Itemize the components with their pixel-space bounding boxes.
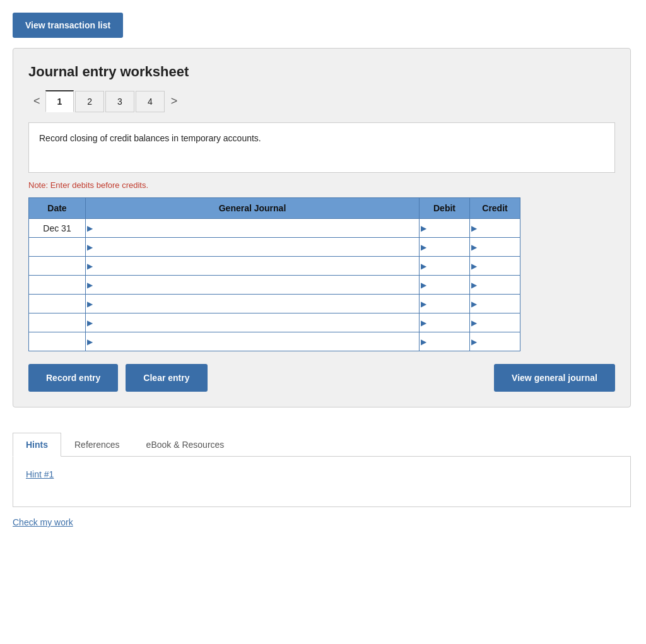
general-journal-input[interactable] xyxy=(86,219,419,237)
debit-cell[interactable]: ▶ xyxy=(420,332,470,351)
hint-1-link[interactable]: Hint #1 xyxy=(26,469,54,479)
debit-input[interactable] xyxy=(420,313,469,332)
tab-2[interactable]: 2 xyxy=(75,91,104,112)
cell-arrow-icon: ▶ xyxy=(471,337,477,346)
debit-input[interactable] xyxy=(420,238,469,256)
instruction-text: Record closing of credit balances in tem… xyxy=(39,133,261,143)
cell-arrow-icon: ▶ xyxy=(471,319,477,327)
tab-ebook-resources[interactable]: eBook & Resources xyxy=(133,433,238,457)
cell-arrow-icon: ▶ xyxy=(421,243,426,252)
credit-cell[interactable]: ▶ xyxy=(470,238,520,257)
general-journal-input[interactable] xyxy=(86,295,419,313)
debit-input[interactable] xyxy=(420,257,469,275)
credit-cell[interactable]: ▶ xyxy=(470,313,520,332)
general-journal-input[interactable] xyxy=(86,257,419,275)
date-cell xyxy=(29,276,86,295)
tab-3[interactable]: 3 xyxy=(105,91,134,112)
cell-arrow-icon: ▶ xyxy=(421,319,426,327)
check-my-work-link[interactable]: Check my work xyxy=(13,517,73,527)
bottom-section: Hints References eBook & Resources Hint … xyxy=(13,433,631,507)
tab-1[interactable]: 1 xyxy=(45,90,74,112)
cell-arrow-icon: ▶ xyxy=(421,281,426,290)
credit-cell[interactable]: ▶ xyxy=(470,219,520,238)
general-journal-cell[interactable]: ▶ xyxy=(86,332,420,351)
journal-table: Date General Journal Debit Credit Dec 31… xyxy=(28,197,520,351)
worksheet-title: Journal entry worksheet xyxy=(28,64,615,80)
tab-hints[interactable]: Hints xyxy=(13,433,61,457)
table-row: ▶▶▶ xyxy=(29,238,520,257)
debit-input[interactable] xyxy=(420,276,469,294)
record-entry-button[interactable]: Record entry xyxy=(28,364,118,392)
next-tab-arrow[interactable]: > xyxy=(166,92,183,110)
date-cell: Dec 31 xyxy=(29,219,86,238)
general-journal-input[interactable] xyxy=(86,276,419,294)
cell-arrow-icon: ▶ xyxy=(87,224,93,233)
credit-input[interactable] xyxy=(470,276,520,294)
cell-arrow-icon: ▶ xyxy=(471,243,477,252)
general-journal-cell[interactable]: ▶ xyxy=(86,313,420,332)
cell-arrow-icon: ▶ xyxy=(471,300,477,308)
cell-arrow-icon: ▶ xyxy=(87,300,93,308)
date-cell xyxy=(29,313,86,332)
bottom-content: Hint #1 xyxy=(13,457,631,507)
cell-arrow-icon: ▶ xyxy=(471,262,477,271)
debit-cell[interactable]: ▶ xyxy=(420,295,470,313)
debit-cell[interactable]: ▶ xyxy=(420,257,470,276)
cell-arrow-icon: ▶ xyxy=(87,281,93,290)
col-date: Date xyxy=(29,198,86,219)
general-journal-cell[interactable]: ▶ xyxy=(86,276,420,295)
table-row: Dec 31▶▶▶ xyxy=(29,219,520,238)
credit-input[interactable] xyxy=(470,295,520,313)
general-journal-input[interactable] xyxy=(86,238,419,256)
tab-4[interactable]: 4 xyxy=(136,91,165,112)
table-row: ▶▶▶ xyxy=(29,257,520,276)
date-cell xyxy=(29,295,86,313)
general-journal-cell[interactable]: ▶ xyxy=(86,257,420,276)
col-debit: Debit xyxy=(420,198,470,219)
view-transaction-button[interactable]: View transaction list xyxy=(13,13,123,38)
clear-entry-button[interactable]: Clear entry xyxy=(126,364,207,392)
cell-arrow-icon: ▶ xyxy=(471,224,477,233)
credit-input[interactable] xyxy=(470,219,520,237)
tabs-row: < 1 2 3 4 > xyxy=(28,90,615,112)
credit-cell[interactable]: ▶ xyxy=(470,257,520,276)
col-general-journal: General Journal xyxy=(86,198,420,219)
credit-input[interactable] xyxy=(470,257,520,275)
table-row: ▶▶▶ xyxy=(29,332,520,351)
general-journal-cell[interactable]: ▶ xyxy=(86,219,420,238)
cell-arrow-icon: ▶ xyxy=(87,262,93,271)
table-row: ▶▶▶ xyxy=(29,313,520,332)
prev-tab-arrow[interactable]: < xyxy=(28,92,45,110)
view-general-journal-button[interactable]: View general journal xyxy=(494,364,615,392)
instruction-box: Record closing of credit balances in tem… xyxy=(28,122,615,173)
general-journal-cell[interactable]: ▶ xyxy=(86,238,420,257)
debit-cell[interactable]: ▶ xyxy=(420,219,470,238)
credit-input[interactable] xyxy=(470,313,520,332)
buttons-row: Record entry Clear entry View general jo… xyxy=(28,364,615,392)
credit-input[interactable] xyxy=(470,238,520,256)
general-journal-input[interactable] xyxy=(86,313,419,332)
debit-input[interactable] xyxy=(420,332,469,351)
table-row: ▶▶▶ xyxy=(29,295,520,313)
credit-cell[interactable]: ▶ xyxy=(470,332,520,351)
credit-input[interactable] xyxy=(470,332,520,351)
cell-arrow-icon: ▶ xyxy=(421,337,426,346)
credit-cell[interactable]: ▶ xyxy=(470,295,520,313)
debit-cell[interactable]: ▶ xyxy=(420,313,470,332)
col-credit: Credit xyxy=(470,198,520,219)
cell-arrow-icon: ▶ xyxy=(471,281,477,290)
debit-cell[interactable]: ▶ xyxy=(420,276,470,295)
cell-arrow-icon: ▶ xyxy=(87,243,93,252)
credit-cell[interactable]: ▶ xyxy=(470,276,520,295)
table-row: ▶▶▶ xyxy=(29,276,520,295)
cell-arrow-icon: ▶ xyxy=(421,262,426,271)
debit-cell[interactable]: ▶ xyxy=(420,238,470,257)
date-cell xyxy=(29,332,86,351)
tab-references[interactable]: References xyxy=(61,433,133,457)
bottom-tabs: Hints References eBook & Resources xyxy=(13,433,631,457)
general-journal-input[interactable] xyxy=(86,332,419,351)
date-cell xyxy=(29,257,86,276)
general-journal-cell[interactable]: ▶ xyxy=(86,295,420,313)
debit-input[interactable] xyxy=(420,219,469,237)
debit-input[interactable] xyxy=(420,295,469,313)
